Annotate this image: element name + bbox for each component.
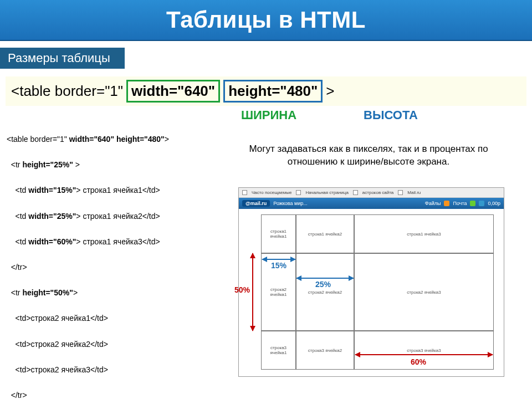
slide-title-bar: Таблицы в HTML xyxy=(0,0,532,41)
label-width: ШИРИНА xyxy=(211,108,327,122)
status-icon xyxy=(479,201,484,206)
arrow-width-60 xyxy=(355,354,493,355)
table-cell: строка1 ячейка1 xyxy=(261,214,296,253)
pct-15: 15% xyxy=(271,261,287,270)
slide-title: Таблицы в HTML xyxy=(166,7,366,33)
code-block: <table border="1" width="640" height="48… xyxy=(7,133,169,399)
label-height: ВЫСОТА xyxy=(327,108,454,122)
status-icon xyxy=(470,201,475,206)
toolbar-item: 0,00р xyxy=(488,201,500,206)
bookmark-item: астроков сайта xyxy=(362,190,393,195)
arrow-width-25 xyxy=(296,278,354,279)
toolbar-item: Файлы xyxy=(425,201,441,206)
table-cell: строка1 ячейка3 xyxy=(354,214,494,253)
bookmark-icon xyxy=(353,190,358,195)
table-cell: строка2 ячейка2 xyxy=(296,253,354,331)
syntax-example: <table border="1" width="640" height="48… xyxy=(6,76,526,106)
table-cell: строка1 ячейка2 xyxy=(296,214,354,253)
pct-50: 50% xyxy=(234,285,250,294)
browser-screenshot: Часто посещаемые Начальная страница астр… xyxy=(238,187,504,377)
section-subtitle: Размеры таблицы xyxy=(0,48,125,69)
status-icon xyxy=(444,201,449,206)
pct-60: 60% xyxy=(411,357,426,366)
syntax-suffix: > xyxy=(326,83,334,100)
mail-logo: @mail.ru xyxy=(242,200,270,207)
syntax-prefix: <table border="1" xyxy=(11,83,123,100)
bookmark-icon xyxy=(296,190,301,195)
arrow-height-50 xyxy=(252,253,253,331)
bookmark-item: Mail.ru xyxy=(407,190,421,195)
bookmark-icon xyxy=(398,190,403,195)
table-cell: строка3 ячейка2 xyxy=(296,331,354,370)
attr-labels: ШИРИНА ВЫСОТА xyxy=(0,108,532,122)
browser-mail-toolbar: @mail.ru Рожкова мир... Файлы Почта 0,00… xyxy=(239,198,504,209)
bookmark-item: Начальная страница xyxy=(305,190,348,195)
bookmark-item: Часто посещаемые xyxy=(252,190,291,195)
arrow-width-15 xyxy=(262,259,295,260)
toolbar-item: Рожкова мир... xyxy=(273,201,307,206)
table-cell: строка3 ячейка1 xyxy=(261,331,296,370)
browser-bookmark-bar: Часто посещаемые Начальная страница астр… xyxy=(239,188,504,198)
pct-25: 25% xyxy=(315,280,331,289)
syntax-height-box: height="480" xyxy=(223,80,323,103)
bookmark-icon xyxy=(242,190,247,195)
rendered-table: строка1 ячейка1 строка1 ячейка2 строка1 … xyxy=(261,214,494,370)
description-text: Могут задаваться как в пикселях, так и в… xyxy=(238,143,499,168)
toolbar-item: Почта xyxy=(453,201,467,206)
table-cell: строка2 ячейка3 xyxy=(354,253,494,331)
syntax-width-box: width="640" xyxy=(126,80,220,103)
